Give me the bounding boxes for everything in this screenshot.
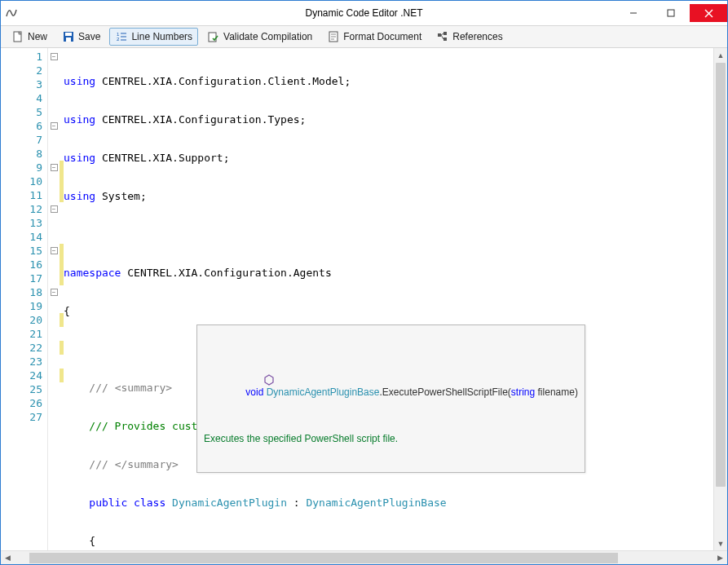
line-numbers-button[interactable]: 12 Line Numbers	[109, 28, 198, 46]
code-line: using System;	[64, 189, 713, 203]
line-number: 9	[1, 161, 47, 174]
svg-rect-20	[443, 38, 447, 41]
fold-cell	[48, 91, 60, 105]
fold-cell	[48, 174, 60, 188]
fold-cell: −	[48, 244, 60, 258]
fold-cell	[48, 188, 60, 202]
fold-toggle[interactable]: −	[51, 122, 58, 130]
code-editor[interactable]: using CENTREL.XIA.Configuration.Client.M…	[64, 48, 713, 550]
minimize-button[interactable]	[615, 4, 652, 22]
fold-cell	[48, 64, 60, 77]
tooltip-description: Executes the specified PowerShell script…	[204, 433, 578, 444]
code-line: public class DynamicAgentPlugin : Dynami…	[64, 496, 713, 510]
scroll-up-arrow[interactable]: ▲	[714, 48, 727, 62]
fold-cell: −	[48, 161, 60, 174]
fold-toggle[interactable]: −	[51, 53, 58, 60]
line-number: 5	[1, 105, 47, 119]
fold-cell: −	[48, 119, 60, 133]
fold-cell: −	[48, 285, 60, 299]
window-controls	[615, 4, 727, 22]
svg-rect-6	[65, 33, 72, 36]
fold-toggle[interactable]: −	[51, 247, 58, 254]
code-line: namespace CENTREL.XIA.Configuration.Agen…	[64, 266, 713, 280]
code-line	[64, 227, 713, 241]
save-label: Save	[78, 31, 100, 42]
fold-toggle[interactable]: −	[51, 164, 58, 171]
format-icon	[327, 30, 340, 43]
line-number: 16	[1, 258, 47, 271]
svg-rect-7	[66, 38, 71, 42]
fold-cell	[48, 105, 60, 119]
line-number: 26	[1, 396, 47, 410]
method-icon	[231, 363, 242, 374]
line-number: 8	[1, 147, 47, 161]
fold-cell	[48, 299, 60, 313]
fold-cell	[48, 147, 60, 161]
line-number: 11	[1, 188, 47, 202]
fold-cell	[48, 230, 60, 244]
close-button[interactable]	[690, 4, 727, 22]
line-number: 10	[1, 174, 47, 188]
toolbar: New Save 12 Line Numbers Validate Compil…	[1, 25, 727, 48]
svg-rect-19	[443, 32, 447, 35]
line-number: 13	[1, 216, 47, 230]
fold-cell	[48, 216, 60, 230]
code-line: using CENTREL.XIA.Support;	[64, 151, 713, 165]
svg-line-21	[441, 33, 443, 35]
line-numbers-icon: 12	[115, 30, 128, 43]
fold-column: −−−−−−	[48, 48, 60, 550]
scroll-left-arrow[interactable]: ◀	[1, 554, 15, 562]
line-numbers-label: Line Numbers	[131, 31, 192, 42]
scroll-thumb[interactable]	[716, 63, 726, 487]
fold-cell	[48, 271, 60, 285]
fold-cell	[48, 355, 60, 369]
fold-toggle[interactable]: −	[51, 289, 58, 296]
intellisense-tooltip: void DynamicAgentPluginBase.ExecutePower…	[196, 324, 585, 473]
code-line: using CENTREL.XIA.Configuration.Types;	[64, 113, 713, 126]
vertical-scrollbar[interactable]: ▲ ▼	[713, 48, 727, 550]
validate-label: Validate Compilation	[223, 31, 312, 42]
new-label: New	[28, 31, 47, 42]
save-icon	[62, 30, 75, 43]
scroll-down-arrow[interactable]: ▼	[714, 536, 727, 550]
code-line: using CENTREL.XIA.Configuration.Client.M…	[64, 74, 713, 88]
line-number: 7	[1, 133, 47, 147]
fold-cell	[48, 327, 60, 341]
line-number: 21	[1, 327, 47, 341]
new-button[interactable]: New	[6, 28, 53, 46]
format-document-button[interactable]: Format Document	[321, 28, 427, 46]
references-label: References	[452, 31, 502, 42]
save-button[interactable]: Save	[56, 28, 106, 46]
fold-cell	[48, 77, 60, 91]
code-line: {	[64, 534, 713, 548]
svg-line-22	[441, 35, 443, 39]
window-frame: Dynamic Code Editor .NET New Save	[0, 0, 728, 565]
svg-text:2: 2	[117, 37, 120, 42]
line-number: 25	[1, 382, 47, 396]
titlebar[interactable]: Dynamic Code Editor .NET	[1, 1, 727, 25]
maximize-button[interactable]	[652, 4, 690, 22]
fold-cell	[48, 382, 60, 396]
fold-cell	[48, 258, 60, 271]
code-line: {	[64, 304, 713, 318]
line-number: 2	[1, 64, 47, 77]
scroll-right-arrow[interactable]: ▶	[713, 554, 727, 562]
fold-cell	[48, 396, 60, 410]
svg-rect-1	[668, 10, 674, 16]
fold-cell	[48, 133, 60, 147]
horizontal-scrollbar[interactable]: ◀ ▶	[1, 550, 727, 564]
scroll-thumb-horizontal[interactable]	[29, 553, 699, 563]
fold-cell	[48, 313, 60, 327]
fold-toggle[interactable]: −	[51, 205, 58, 213]
validate-compilation-button[interactable]: Validate Compilation	[201, 28, 318, 46]
line-number: 12	[1, 202, 47, 216]
references-button[interactable]: References	[430, 28, 508, 46]
line-number: 14	[1, 230, 47, 244]
app-icon	[1, 1, 24, 25]
line-number: 15	[1, 244, 47, 258]
svg-marker-23	[265, 375, 273, 385]
fold-cell	[48, 369, 60, 382]
line-number: 17	[1, 271, 47, 285]
new-file-icon	[11, 30, 24, 43]
svg-rect-18	[438, 33, 441, 37]
